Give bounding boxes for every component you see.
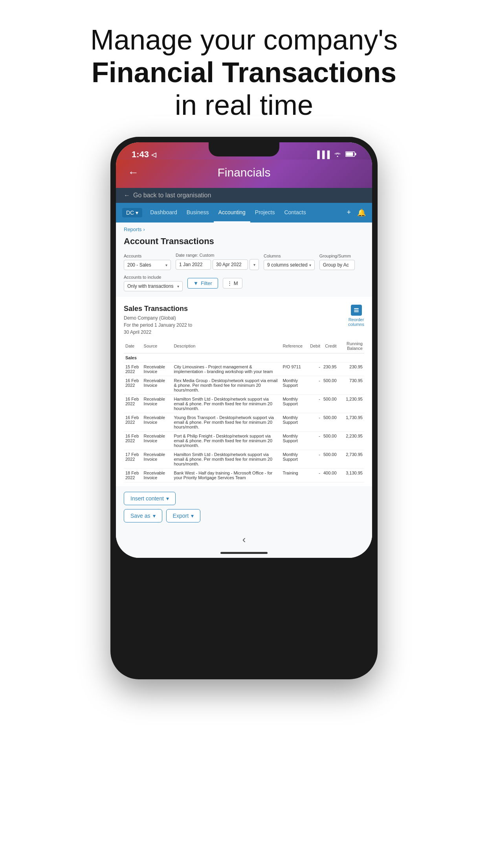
cell-description: Hamilton Smith Ltd - Desktop/network sup…: [172, 450, 281, 469]
reorder-icon: [351, 305, 362, 316]
cell-source: Receivable Invoice: [142, 432, 172, 450]
filter-row-1: Accounts 200 - Sales ▾ Date range: Custo…: [124, 253, 364, 270]
cell-description: Rex Media Group - Desktop/network suppor…: [172, 376, 281, 395]
cell-debit: -: [308, 450, 322, 469]
col-date: Date: [124, 339, 142, 353]
app-header: ← Financials: [116, 160, 372, 188]
more-dots-icon: ⋮: [227, 280, 232, 286]
cell-debit: -: [308, 362, 322, 376]
cell-reference: Monthly Support: [281, 395, 308, 413]
cell-description: City Limousines - Project management & i…: [172, 362, 281, 376]
cell-reference: Monthly Support: [281, 450, 308, 469]
cell-credit: 230.95: [322, 362, 338, 376]
col-debit: Debit: [308, 339, 322, 353]
cell-source: Receivable Invoice: [142, 413, 172, 432]
columns-filter-group: Columns 9 columns selected ▾: [264, 254, 315, 270]
columns-label: Columns: [264, 254, 315, 258]
breadcrumb-reports[interactable]: Reports: [124, 226, 142, 232]
report-header-row: Sales Transactions Demo Company (Global)…: [124, 305, 364, 336]
breadcrumb: Reports ›: [116, 223, 372, 236]
more-button[interactable]: ⋮ M: [223, 278, 242, 289]
accounts-include-group: Accounts to include Only with transactio…: [124, 275, 183, 291]
table-row[interactable]: 16 Feb 2022 Receivable Invoice Young Bro…: [124, 413, 364, 432]
nav-item-dashboard[interactable]: Dashboard: [145, 203, 182, 223]
columns-select[interactable]: 9 columns selected ▾: [264, 260, 315, 270]
cell-debit: -: [308, 376, 322, 395]
table-row[interactable]: 15 Feb 2022 Receivable Invoice City Limo…: [124, 362, 364, 376]
grouping-filter-group: Grouping/Summ Group by Ac: [319, 254, 355, 270]
cell-credit: 500.00: [322, 413, 338, 432]
cell-source: Receivable Invoice: [142, 469, 172, 482]
cell-balance: 1,230.95: [338, 395, 364, 413]
save-as-button[interactable]: Save as ▾: [124, 509, 162, 522]
date-chevron[interactable]: ▾: [250, 259, 259, 270]
table-row[interactable]: 18 Feb 2022 Receivable Invoice Bank West…: [124, 469, 364, 482]
table-row[interactable]: 16 Feb 2022 Receivable Invoice Port & Ph…: [124, 432, 364, 450]
cell-source: Receivable Invoice: [142, 395, 172, 413]
table-row[interactable]: 16 Feb 2022 Receivable Invoice Hamilton …: [124, 395, 364, 413]
bottom-bar: Insert content ▾ Save as ▾ Export ▾: [116, 486, 372, 528]
grouping-select[interactable]: Group by Ac: [319, 260, 355, 270]
status-icons: ▐▐▐: [315, 151, 356, 159]
svg-rect-5: [354, 311, 359, 312]
date-from-input[interactable]: 1 Jan 2022: [176, 259, 211, 270]
cell-reference: Monthly Support: [281, 376, 308, 395]
export-button[interactable]: Export ▾: [166, 509, 200, 522]
main-content: Reports › Account Transactions Accounts …: [116, 223, 372, 558]
cell-balance: 230.95: [338, 362, 364, 376]
nav-item-business[interactable]: Business: [182, 203, 214, 223]
col-reference: Reference: [281, 339, 308, 353]
cell-date: 16 Feb 2022: [124, 413, 142, 432]
nav-bell-button[interactable]: 🔔: [357, 208, 366, 217]
filter-button[interactable]: ▼ Filter: [187, 278, 218, 289]
nav-item-projects[interactable]: Projects: [250, 203, 280, 223]
status-bar: 1:43 ◁ ▐▐▐: [116, 142, 372, 160]
col-source: Source: [142, 339, 172, 353]
accounts-label: Accounts: [124, 254, 171, 258]
table-row[interactable]: 17 Feb 2022 Receivable Invoice Hamilton …: [124, 450, 364, 469]
back-org-label: Go back to last organisation: [133, 192, 211, 199]
filter-row-2: Accounts to include Only with transactio…: [124, 275, 364, 291]
page-title: Account Transactions: [116, 236, 372, 253]
col-credit: Credit: [322, 339, 338, 353]
nav-item-accounting[interactable]: Accounting: [214, 203, 250, 223]
cell-description: Port & Philip Freight - Desktop/network …: [172, 432, 281, 450]
columns-chevron: ▾: [309, 263, 311, 267]
report-area: Sales Transactions Demo Company (Global)…: [116, 297, 372, 486]
cell-reference: P/O 9711: [281, 362, 308, 376]
accounts-select[interactable]: 200 - Sales ▾: [124, 260, 171, 270]
nav-dc-button[interactable]: DC ▾: [122, 208, 142, 217]
nav-add-button[interactable]: +: [347, 208, 351, 217]
svg-rect-2: [346, 152, 353, 156]
cell-source: Receivable Invoice: [142, 376, 172, 395]
svg-rect-3: [354, 308, 359, 309]
back-org-bar[interactable]: ← Go back to last organisation: [116, 188, 372, 203]
cell-debit: -: [308, 432, 322, 450]
table-row[interactable]: 16 Feb 2022 Receivable Invoice Rex Media…: [124, 376, 364, 395]
nav-actions: + 🔔: [347, 208, 366, 217]
filters-section: Accounts 200 - Sales ▾ Date range: Custo…: [116, 253, 372, 297]
date-to-input[interactable]: 30 Apr 2022: [213, 259, 248, 270]
accounts-include-select[interactable]: Only with transactions ▾: [124, 281, 183, 291]
back-button[interactable]: ←: [128, 166, 139, 179]
battery-icon: [345, 151, 356, 159]
col-balance: Running Balance: [338, 339, 364, 353]
insert-content-button[interactable]: Insert content ▾: [124, 492, 176, 505]
hero-line1: Manage your company's: [31, 24, 457, 56]
signal-icon: ▐▐▐: [315, 151, 330, 159]
reorder-columns-button[interactable]: Reorder columns: [348, 305, 364, 327]
accounts-filter-group: Accounts 200 - Sales ▾: [124, 254, 171, 270]
status-time: 1:43 ◁: [132, 149, 156, 160]
cell-balance: 2,730.95: [338, 450, 364, 469]
save-chevron-icon: ▾: [153, 513, 156, 519]
nav-item-contacts[interactable]: Contacts: [279, 203, 310, 223]
col-description: Description: [172, 339, 281, 353]
cell-debit: -: [308, 395, 322, 413]
cell-debit: -: [308, 413, 322, 432]
nav-dc-chevron: ▾: [136, 210, 138, 216]
cell-reference: Training: [281, 469, 308, 482]
phone-back-button[interactable]: ‹: [242, 533, 246, 546]
grouping-label: Grouping/Summ: [319, 254, 355, 258]
cell-description: Young Bros Transport - Desktop/network s…: [172, 413, 281, 432]
accounts-chevron: ▾: [165, 263, 167, 267]
